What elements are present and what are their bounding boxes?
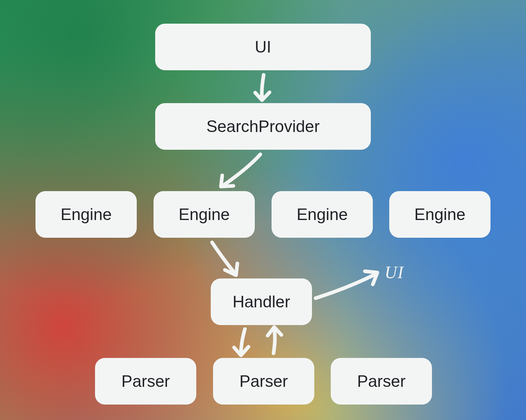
arrow-handler-to-parser (234, 329, 249, 355)
node-handler-label: Handler (232, 292, 290, 311)
arrow-handler-to-ui-annotation (316, 271, 377, 298)
node-parser-3-label: Parser (357, 372, 405, 391)
node-parser-1: Parser (95, 358, 196, 405)
node-engine-4-label: Engine (414, 205, 466, 224)
arrow-engine-to-handler (212, 242, 237, 275)
arrow-parser-to-handler (268, 327, 281, 353)
node-parser-2-label: Parser (239, 372, 288, 391)
node-engine-2-label: Engine (179, 205, 230, 224)
node-engine-1: Engine (36, 191, 137, 238)
node-search-provider: SearchProvider (155, 103, 371, 150)
node-parser-2: Parser (213, 358, 314, 405)
node-ui: UI (155, 24, 371, 70)
node-parser-3: Parser (331, 358, 432, 405)
node-engine-3-label: Engine (297, 205, 348, 224)
arrow-searchprovider-to-engine (221, 154, 260, 187)
node-handler: Handler (211, 278, 312, 325)
node-engine-4: Engine (389, 191, 490, 238)
diagram-canvas: UI SearchProvider Engine Engine Engine E… (0, 0, 526, 420)
arrow-ui-to-searchprovider (255, 75, 270, 100)
node-engine-2: Engine (154, 191, 255, 238)
node-engine-3: Engine (272, 191, 373, 238)
node-parser-1-label: Parser (121, 372, 170, 391)
node-search-provider-label: SearchProvider (206, 117, 320, 136)
node-engine-1-label: Engine (60, 205, 112, 224)
node-ui-label: UI (255, 37, 271, 56)
annotation-ui-handwritten: UI (385, 263, 404, 282)
